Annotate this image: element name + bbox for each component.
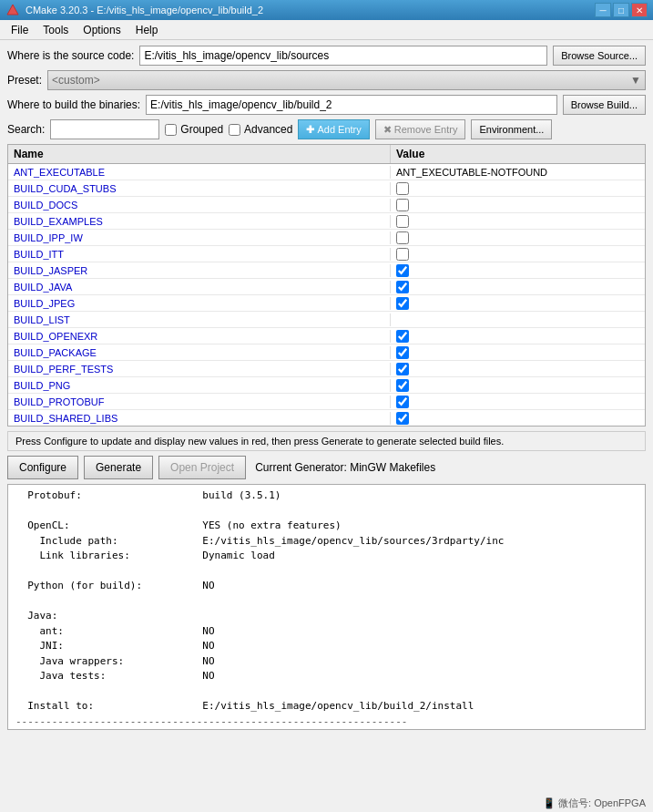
open-project-button[interactable]: Open Project [158, 456, 246, 479]
title-bar-text: CMake 3.20.3 - E:/vitis_hls_image/opencv… [26, 5, 263, 15]
status-message: Press Configure to update and display ne… [7, 431, 646, 451]
source-input[interactable] [139, 46, 547, 66]
table-cell-value [391, 231, 645, 245]
generate-button[interactable]: Generate [84, 456, 153, 479]
table-row[interactable]: BUILD_JAVA [8, 279, 645, 295]
table-row[interactable]: BUILD_IPP_IW [8, 230, 645, 246]
plus-icon: ✚ [306, 124, 314, 136]
table-checkbox[interactable] [396, 215, 409, 228]
table-row[interactable]: BUILD_ITT [8, 246, 645, 262]
table-cell-name: BUILD_JPEG [8, 297, 391, 310]
log-line: ----------------------------------------… [15, 714, 638, 730]
table-cell-name: BUILD_PACKAGE [8, 346, 391, 359]
bottom-toolbar: Configure Generate Open Project Current … [7, 456, 646, 479]
table-checkbox[interactable] [396, 248, 409, 261]
menu-bar: File Tools Options Help [0, 20, 653, 40]
table-cell-value [391, 378, 645, 393]
watermark-text: 微信号: OpenFPGA [558, 797, 646, 808]
log-line: Java tests: NO [15, 669, 638, 684]
table-cell-value [391, 329, 645, 344]
configure-button[interactable]: Configure [7, 456, 78, 479]
log-line: ant: NO [15, 624, 638, 640]
remove-entry-button[interactable]: ✖ Remove Entry [375, 119, 466, 139]
table-row[interactable]: BUILD_EXAMPLES [8, 213, 645, 230]
cmake-icon [5, 3, 20, 17]
table-checkbox[interactable] [396, 330, 409, 343]
table-checkbox[interactable] [396, 182, 409, 195]
browse-build-button[interactable]: Browse Build... [563, 95, 646, 115]
add-entry-label: Add Entry [317, 124, 361, 135]
table-checkbox[interactable] [396, 264, 409, 277]
table-row[interactable]: BUILD_DOCS [8, 197, 645, 213]
table-checkbox[interactable] [396, 231, 409, 244]
log-line: Python (for build): NO [15, 579, 638, 594]
menu-help[interactable]: Help [128, 22, 166, 38]
add-entry-button[interactable]: ✚ Add Entry [298, 119, 369, 139]
table-checkbox[interactable] [396, 346, 409, 359]
table-cell-value [391, 198, 645, 212]
preset-label: Preset: [7, 74, 42, 87]
table-cell-value [391, 345, 645, 360]
source-row: Where is the source code: Browse Source.… [7, 46, 646, 66]
browse-source-button[interactable]: Browse Source... [553, 46, 646, 66]
table-row[interactable]: BUILD_OPENEXR [8, 328, 645, 344]
environment-label: Environment... [479, 124, 544, 135]
table-cell-name: BUILD_JASPER [8, 264, 391, 277]
build-input[interactable] [146, 95, 557, 115]
table-row[interactable]: ANT_EXECUTABLEANT_EXECUTABLE-NOTFOUND [8, 164, 645, 180]
log-line: JNI: NO [15, 639, 638, 654]
table-checkbox[interactable] [396, 412, 409, 425]
table-cell-value [391, 280, 645, 294]
table-checkbox[interactable] [396, 396, 409, 408]
close-button[interactable]: ✕ [631, 3, 648, 17]
title-bar: CMake 3.20.3 - E:/vitis_hls_image/opencv… [0, 0, 653, 20]
log-line [15, 564, 638, 580]
table-checkbox[interactable] [396, 363, 409, 375]
table-row[interactable]: BUILD_PACKAGE [8, 344, 645, 361]
table-row[interactable]: BUILD_PERF_TESTS [8, 361, 645, 377]
table-cell-value [391, 395, 645, 409]
watermark-icon: 📱 [543, 797, 556, 808]
table-cell-name: BUILD_EXAMPLES [8, 215, 391, 228]
grouped-checkbox-group: Grouped [165, 123, 223, 136]
grouped-checkbox[interactable] [165, 124, 177, 136]
table-row[interactable]: BUILD_LIST [8, 312, 645, 328]
table-cell-value [391, 263, 645, 278]
search-input[interactable] [50, 119, 159, 139]
preset-dropdown[interactable]: <custom> ▼ [47, 70, 646, 90]
log-line: Link libraries: Dynamic load [15, 549, 638, 564]
table-cell-name: ANT_EXECUTABLE [8, 166, 391, 179]
table-row[interactable]: BUILD_SHARED_LIBS [8, 410, 645, 427]
table-row[interactable]: BUILD_JASPER [8, 262, 645, 279]
maximize-button[interactable]: □ [613, 3, 629, 17]
table-checkbox[interactable] [396, 199, 409, 211]
environment-button[interactable]: Environment... [471, 119, 552, 139]
table-checkbox[interactable] [396, 281, 409, 293]
svg-marker-0 [7, 5, 18, 15]
table-cell-name: BUILD_PROTOBUF [8, 396, 391, 408]
table-cell-value [391, 411, 645, 426]
dropdown-arrow-icon: ▼ [630, 74, 641, 87]
menu-file[interactable]: File [4, 22, 36, 38]
config-table[interactable]: Name Value ANT_EXECUTABLEANT_EXECUTABLE-… [7, 144, 646, 427]
table-cell-name: BUILD_JAVA [8, 281, 391, 293]
col-value-header: Value [391, 145, 645, 163]
minimize-button[interactable]: ─ [595, 3, 611, 17]
title-bar-left: CMake 3.20.3 - E:/vitis_hls_image/opencv… [5, 3, 263, 17]
table-row[interactable]: BUILD_PNG [8, 377, 645, 394]
source-label: Where is the source code: [7, 49, 134, 62]
advanced-checkbox[interactable] [229, 124, 240, 136]
log-container[interactable]: Protobuf: build (3.5.1) OpenCL: YES (no … [7, 484, 646, 730]
menu-tools[interactable]: Tools [36, 22, 76, 38]
watermark: 📱 微信号: OpenFPGA [543, 797, 646, 810]
advanced-checkbox-group: Advanced [229, 123, 292, 136]
table-row[interactable]: BUILD_PROTOBUF [8, 394, 645, 410]
log-line: OpenCL: YES (no extra features) [15, 519, 638, 534]
table-cell-name: BUILD_ITT [8, 248, 391, 261]
table-checkbox[interactable] [396, 297, 409, 310]
table-row[interactable]: BUILD_JPEG [8, 295, 645, 312]
table-checkbox[interactable] [396, 379, 409, 392]
menu-options[interactable]: Options [76, 22, 128, 38]
generator-label: Current Generator: MinGW Makefiles [255, 461, 435, 474]
table-row[interactable]: BUILD_CUDA_STUBS [8, 180, 645, 197]
